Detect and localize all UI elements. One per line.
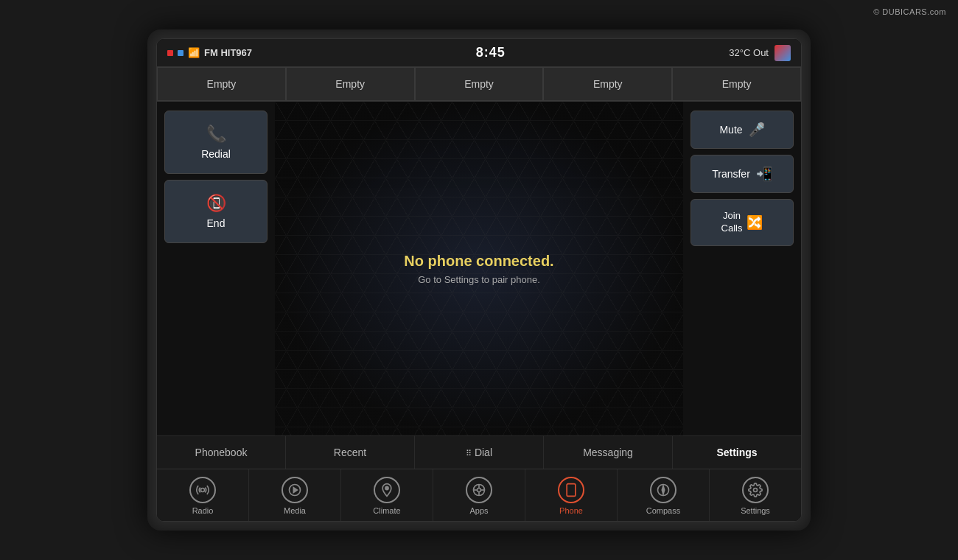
bottom-nav-row: Radio Media Climate bbox=[157, 469, 801, 521]
nav-apps[interactable]: Apps bbox=[433, 469, 525, 521]
redial-button[interactable]: 📞 Redial bbox=[164, 111, 268, 174]
right-panel: Mute 🎤 Transfer 📲 Join Calls 🔀 bbox=[683, 102, 801, 435]
redial-label: Redial bbox=[201, 148, 231, 160]
nav-climate[interactable]: Climate bbox=[341, 469, 433, 521]
apps-nav-label: Apps bbox=[469, 506, 488, 515]
no-phone-subtitle: Go to Settings to pair phone. bbox=[404, 274, 553, 285]
recent-button[interactable]: Recent bbox=[286, 436, 415, 469]
temperature-label: 32°C Out bbox=[729, 47, 769, 58]
status-dot-blue bbox=[178, 50, 183, 56]
quick-btn-5[interactable]: Empty bbox=[672, 67, 801, 101]
dial-dots-icon: ⠿ bbox=[466, 449, 472, 458]
no-phone-message: No phone connected. Go to Settings to pa… bbox=[404, 253, 553, 285]
left-panel: 📞 Redial 📵 End bbox=[157, 102, 275, 435]
settings-nav-icon bbox=[742, 477, 769, 503]
quick-btn-1[interactable]: Empty bbox=[157, 67, 286, 101]
svg-rect-9 bbox=[567, 484, 576, 497]
quick-buttons-row: Empty Empty Empty Empty Empty bbox=[157, 67, 801, 102]
svg-point-0 bbox=[201, 489, 205, 492]
screen: 📶 FM HIT967 8:45 32°C Out Empty Empty Em… bbox=[156, 38, 802, 522]
media-nav-label: Media bbox=[284, 506, 306, 515]
radio-nav-icon bbox=[189, 477, 216, 503]
join-calls-icon: 🔀 bbox=[747, 214, 763, 231]
outer-frame: 📶 FM HIT967 8:45 32°C Out Empty Empty Em… bbox=[147, 29, 811, 531]
nav-settings[interactable]: Settings bbox=[710, 469, 801, 521]
transfer-button[interactable]: Transfer 📲 bbox=[690, 155, 794, 193]
status-time: 8:45 bbox=[476, 45, 506, 60]
mute-label: Mute bbox=[719, 124, 742, 136]
phone-nav-icon bbox=[558, 477, 584, 503]
no-phone-title: No phone connected. bbox=[404, 253, 553, 270]
quick-btn-2[interactable]: Empty bbox=[286, 67, 415, 101]
nav-phone[interactable]: Phone bbox=[525, 469, 618, 521]
mute-icon: 🎤 bbox=[749, 122, 765, 138]
radio-label: FM HIT967 bbox=[204, 47, 252, 58]
nav-radio[interactable]: Radio bbox=[157, 469, 249, 521]
svg-point-4 bbox=[478, 489, 481, 492]
status-left: 📶 FM HIT967 bbox=[167, 47, 252, 58]
compass-nav-label: Compass bbox=[646, 506, 680, 515]
phone-icon: 📞 bbox=[206, 125, 226, 144]
apps-nav-icon bbox=[466, 477, 492, 503]
transfer-label: Transfer bbox=[712, 168, 750, 180]
phone-nav-label: Phone bbox=[559, 506, 583, 515]
radio-nav-label: Radio bbox=[192, 506, 214, 515]
mute-button[interactable]: Mute 🎤 bbox=[690, 111, 794, 149]
svg-point-2 bbox=[385, 486, 388, 489]
join-label: Join bbox=[721, 210, 743, 223]
brand-icon bbox=[775, 45, 791, 61]
join-calls-button[interactable]: Join Calls 🔀 bbox=[690, 199, 794, 246]
svg-marker-12 bbox=[662, 486, 664, 494]
main-content: 📞 Redial 📵 End No phone connected. Go to… bbox=[157, 102, 801, 435]
settings-nav-label: Settings bbox=[741, 506, 770, 515]
end-button[interactable]: 📵 End bbox=[164, 180, 268, 243]
dial-button[interactable]: ⠿ Dial bbox=[415, 436, 544, 469]
climate-nav-icon bbox=[374, 477, 400, 503]
watermark: © DUBICARS.com bbox=[873, 7, 946, 16]
status-bar: 📶 FM HIT967 8:45 32°C Out bbox=[157, 39, 801, 67]
function-row: Phonebook Recent ⠿ Dial Messaging Settin… bbox=[157, 435, 801, 469]
end-call-icon: 📵 bbox=[206, 194, 226, 213]
climate-nav-label: Climate bbox=[373, 506, 400, 515]
compass-nav-icon bbox=[650, 477, 676, 503]
end-label: End bbox=[207, 217, 225, 229]
transfer-icon: 📲 bbox=[756, 166, 772, 182]
radio-wave-icon: 📶 bbox=[188, 47, 200, 58]
dial-label: Dial bbox=[475, 447, 492, 458]
status-dot-red bbox=[167, 50, 173, 56]
phonebook-button[interactable]: Phonebook bbox=[157, 436, 286, 469]
media-nav-icon bbox=[282, 477, 308, 503]
quick-btn-4[interactable]: Empty bbox=[543, 67, 672, 101]
quick-btn-3[interactable]: Empty bbox=[415, 67, 544, 101]
status-right: 32°C Out bbox=[729, 45, 791, 61]
nav-media[interactable]: Media bbox=[249, 469, 341, 521]
svg-point-13 bbox=[754, 489, 758, 492]
messaging-button[interactable]: Messaging bbox=[544, 436, 673, 469]
calls-label: Calls bbox=[721, 223, 743, 235]
settings-function-button[interactable]: Settings bbox=[673, 436, 801, 469]
nav-compass[interactable]: Compass bbox=[618, 469, 710, 521]
center-panel: No phone connected. Go to Settings to pa… bbox=[275, 102, 683, 435]
